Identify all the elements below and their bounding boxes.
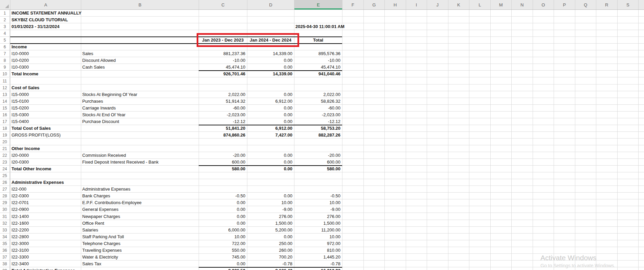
cell-E31[interactable]: 276.00 <box>294 213 340 220</box>
cell-C38[interactable]: 0.00 <box>199 261 245 267</box>
cell-E29[interactable]: 10.00 <box>294 199 340 206</box>
cell-A12[interactable]: Cost of Sales <box>12 84 39 91</box>
column-header-B[interactable]: B <box>81 0 199 9</box>
row-header-34[interactable]: 34 <box>0 234 10 240</box>
column-header-L[interactable]: L <box>469 0 491 9</box>
row-header-3[interactable]: 3 <box>0 23 10 30</box>
cell-B9[interactable]: Cash Sales <box>82 64 105 71</box>
row-header-23[interactable]: 23 <box>0 159 10 166</box>
cell-D18[interactable]: 6,912.00 <box>247 125 292 132</box>
cell-E30[interactable]: -9.00 <box>294 206 340 213</box>
cell-D8[interactable]: 0.00 <box>247 57 292 64</box>
cell-B35[interactable]: Telephone Charges <box>82 240 120 247</box>
select-all-corner[interactable] <box>0 0 10 9</box>
cell-A28[interactable]: I22-0300 <box>12 193 29 199</box>
cell-B36[interactable]: Travelling Expenses <box>82 247 122 254</box>
cell-D15[interactable]: 0.00 <box>247 105 292 112</box>
column-header-F[interactable]: F <box>342 0 364 9</box>
cell-E35[interactable]: 972.00 <box>294 240 340 247</box>
row-header-38[interactable]: 38 <box>0 261 10 267</box>
row-header-11[interactable]: 11 <box>0 78 10 84</box>
cell-A26[interactable]: Administrative Expenses <box>12 179 64 186</box>
cell-E3[interactable]: 2025-04-30 11:00:01 AM <box>295 23 345 30</box>
cell-E5[interactable]: Total <box>294 37 342 44</box>
cell-E9[interactable]: 45,474.10 <box>294 64 340 71</box>
cell-D17[interactable]: 0.00 <box>247 118 292 125</box>
cell-E18[interactable]: 58,753.20 <box>294 125 340 132</box>
row-header-13[interactable]: 13 <box>0 91 10 98</box>
cell-A24[interactable]: Total Other Income <box>12 166 51 172</box>
column-header-S[interactable]: S <box>618 0 639 9</box>
cell-D23[interactable]: 0.00 <box>247 159 292 166</box>
cell-E17[interactable]: -12.12 <box>294 118 340 125</box>
cell-C34[interactable]: 10.00 <box>199 234 245 240</box>
row-header-31[interactable]: 31 <box>0 213 10 220</box>
row-header-7[interactable]: 7 <box>0 50 10 57</box>
cell-D36[interactable]: 260.00 <box>247 247 292 254</box>
cell-A13[interactable]: I15-0000 <box>12 91 29 98</box>
row-header-4[interactable]: 4 <box>0 30 10 37</box>
cell-C28[interactable]: -0.50 <box>199 193 245 199</box>
cell-C19[interactable]: 874,860.26 <box>199 132 245 139</box>
cell-E8[interactable]: -10.00 <box>294 57 340 64</box>
cell-E23[interactable]: 600.00 <box>294 159 340 166</box>
cell-B30[interactable]: General Expenses <box>82 206 118 213</box>
row-header-16[interactable]: 16 <box>0 112 10 118</box>
row-header-26[interactable]: 26 <box>0 179 10 186</box>
cell-A23[interactable]: I20-0300 <box>12 159 29 166</box>
cell-E34[interactable]: 10.00 <box>294 234 340 240</box>
row-header-17[interactable]: 17 <box>0 118 10 125</box>
cell-C18[interactable]: 51,841.20 <box>199 125 245 132</box>
cell-A15[interactable]: I15-0200 <box>12 105 29 112</box>
row-header-39[interactable]: 39 <box>0 267 10 270</box>
row-header-12[interactable]: 12 <box>0 84 10 91</box>
column-header-C[interactable]: C <box>199 0 247 9</box>
cell-A17[interactable]: I15-0400 <box>12 118 29 125</box>
cell-D38[interactable]: -0.78 <box>247 261 292 267</box>
cell-D7[interactable]: 14,339.00 <box>247 50 292 57</box>
cell-D9[interactable]: 0.00 <box>247 64 292 71</box>
cell-A8[interactable]: I10-0200 <box>12 57 29 64</box>
row-header-15[interactable]: 15 <box>0 105 10 112</box>
row-header-22[interactable]: 22 <box>0 152 10 159</box>
cell-B17[interactable]: Purchase Discount <box>82 118 119 125</box>
cell-D35[interactable]: 250.00 <box>247 240 292 247</box>
row-header-37[interactable]: 37 <box>0 254 10 261</box>
cell-C31[interactable]: 0.00 <box>199 213 245 220</box>
cell-B15[interactable]: Carriage Inwards <box>82 105 116 112</box>
column-header-H[interactable]: H <box>385 0 406 9</box>
row-header-20[interactable]: 20 <box>0 139 10 145</box>
cell-A22[interactable]: I20-0000 <box>12 152 29 159</box>
column-header-G[interactable]: G <box>364 0 385 9</box>
cell-D28[interactable]: 0.00 <box>247 193 292 199</box>
cell-C24[interactable]: 580.00 <box>199 166 245 172</box>
cell-C29[interactable]: 0.00 <box>199 199 245 206</box>
row-header-9[interactable]: 9 <box>0 64 10 71</box>
cell-D29[interactable]: 10.00 <box>247 199 292 206</box>
cell-E13[interactable]: 2,022.00 <box>294 91 340 98</box>
cell-E16[interactable]: -2,023.00 <box>294 112 340 118</box>
cell-A37[interactable]: I22-3300 <box>12 254 29 261</box>
row-header-14[interactable]: 14 <box>0 98 10 105</box>
cell-C30[interactable]: 0.00 <box>199 206 245 213</box>
cell-E15[interactable]: -60.00 <box>294 105 340 112</box>
cell-A19[interactable]: GROSS PROFIT/(LOSS) <box>12 132 61 139</box>
cell-A1[interactable]: INCOME STATEMENT ANNUALLY <box>12 10 82 17</box>
row-header-30[interactable]: 30 <box>0 206 10 213</box>
cell-B37[interactable]: Water & Electricity <box>82 254 118 261</box>
cell-A39[interactable]: Total Administrative Expenses <box>12 267 75 270</box>
row-header-35[interactable]: 35 <box>0 240 10 247</box>
column-header-M[interactable]: M <box>491 0 512 9</box>
cell-E7[interactable]: 895,576.36 <box>294 50 340 57</box>
cell-C23[interactable]: 600.00 <box>199 159 245 166</box>
cell-E10[interactable]: 941,040.46 <box>294 71 340 77</box>
column-header-K[interactable]: K <box>448 0 470 9</box>
cell-D31[interactable]: 276.00 <box>247 213 292 220</box>
cell-C9[interactable]: 45,474.10 <box>199 64 245 71</box>
cell-A27[interactable]: I22-000 <box>12 186 26 193</box>
cell-B22[interactable]: Commission Received <box>82 152 126 159</box>
column-header-I[interactable]: I <box>406 0 427 9</box>
cell-A30[interactable]: I22-0900 <box>12 206 29 213</box>
row-header-8[interactable]: 8 <box>0 57 10 64</box>
row-header-21[interactable]: 21 <box>0 145 10 152</box>
